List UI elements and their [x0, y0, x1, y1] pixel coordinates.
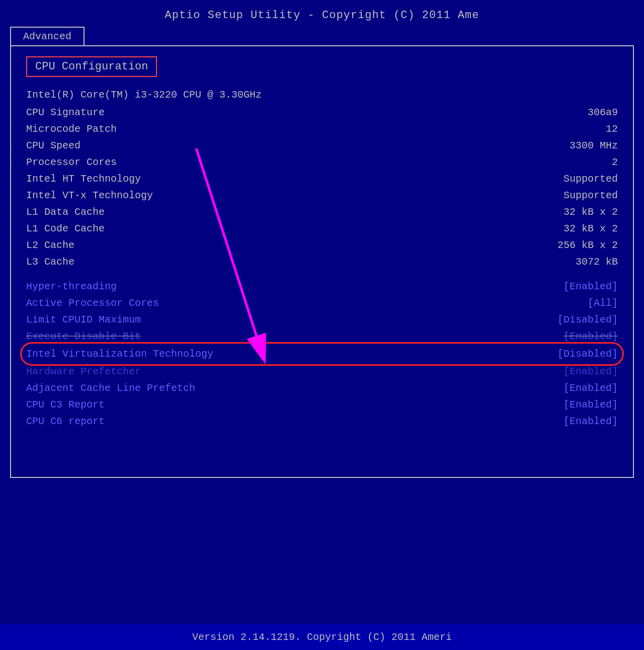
cpu-speed-row: CPU Speed 3300 MHz: [26, 139, 618, 152]
l2-cache-row: L2 Cache 256 kB x 2: [26, 238, 618, 252]
limit-cpuid-label: Limit CPUID Maximum: [26, 314, 141, 326]
processor-cores-row: Processor Cores 2: [26, 155, 618, 169]
hardware-prefetcher-row[interactable]: Hardware Prefetcher [Enabled]: [26, 365, 618, 378]
ht-technology-label: Intel HT Technology: [26, 173, 141, 185]
microcode-patch-label: Microcode Patch: [26, 123, 117, 135]
l1-data-cache-value: 32 kB x 2: [564, 206, 618, 218]
cpu-signature-row: CPU Signature 306a9: [26, 106, 618, 119]
l1-code-cache-value: 32 kB x 2: [564, 223, 618, 234]
cpu-speed-label: CPU Speed: [26, 140, 80, 151]
active-processor-cores-label: Active Processor Cores: [26, 297, 159, 309]
hardware-prefetcher-value: [Enabled]: [564, 366, 618, 377]
l3-cache-label: L3 Cache: [26, 256, 74, 268]
cpu-signature-value: 306a9: [588, 107, 618, 118]
l3-cache-value: 3072 kB: [576, 256, 618, 268]
execute-disable-bit-label: Execute Disable Bit: [26, 331, 141, 342]
microcode-patch-row: Microcode Patch 12: [26, 122, 618, 136]
hyper-threading-row[interactable]: Hyper-threading [Enabled]: [26, 280, 618, 293]
active-processor-cores-row[interactable]: Active Processor Cores [All]: [26, 296, 618, 310]
l3-cache-row: L3 Cache 3072 kB: [26, 255, 618, 269]
l1-code-cache-row: L1 Code Cache 32 kB x 2: [26, 222, 618, 235]
ht-technology-row: Intel HT Technology Supported: [26, 172, 618, 186]
active-processor-cores-value: [All]: [588, 297, 618, 309]
cpu-c6-report-value: [Enabled]: [564, 416, 618, 427]
intel-vt-value: [Disabled]: [557, 348, 618, 360]
hardware-prefetcher-label: Hardware Prefetcher: [26, 366, 141, 377]
adjacent-cache-line-label: Adjacent Cache Line Prefetch: [26, 382, 195, 394]
intel-vt-row[interactable]: Intel Virtualization Technology [Disable…: [26, 346, 618, 362]
cpu-c3-report-row[interactable]: CPU C3 Report [Enabled]: [26, 398, 618, 412]
l1-data-cache-label: L1 Data Cache: [26, 206, 105, 218]
processor-cores-value: 2: [612, 156, 618, 168]
limit-cpuid-row[interactable]: Limit CPUID Maximum [Disabled]: [26, 313, 618, 327]
footer: Version 2.14.1219. Copyright (C) 2011 Am…: [0, 624, 644, 650]
vtx-technology-label: Intel VT-x Technology: [26, 190, 153, 201]
static-info-section: CPU Signature 306a9 Microcode Patch 12 C…: [26, 106, 618, 269]
section-title-box: CPU Configuration: [26, 56, 157, 77]
l2-cache-label: L2 Cache: [26, 239, 74, 251]
vtx-technology-value: Supported: [564, 190, 618, 201]
hyper-threading-value: [Enabled]: [564, 281, 618, 292]
execute-disable-bit-value: [Enabled]: [564, 331, 618, 342]
adjacent-cache-line-value: [Enabled]: [564, 382, 618, 394]
section-title-text: CPU Configuration: [35, 60, 148, 73]
cpu-c3-report-value: [Enabled]: [564, 399, 618, 411]
footer-text: Version 2.14.1219. Copyright (C) 2011 Am…: [192, 631, 452, 643]
hyper-threading-label: Hyper-threading: [26, 281, 117, 292]
title-text: Aptio Setup Utility - Copyright (C) 2011…: [165, 9, 479, 22]
processor-cores-label: Processor Cores: [26, 156, 117, 168]
intel-vt-label: Intel Virtualization Technology: [26, 348, 213, 360]
cpu-speed-value: 3300 MHz: [570, 140, 618, 151]
execute-disable-bit-row[interactable]: Execute Disable Bit [Enabled]: [26, 330, 618, 343]
cpu-c3-report-label: CPU C3 Report: [26, 399, 105, 411]
cpu-model: Intel(R) Core(TM) i3-3220 CPU @ 3.30GHz: [26, 89, 618, 101]
adjacent-cache-line-row[interactable]: Adjacent Cache Line Prefetch [Enabled]: [26, 381, 618, 395]
l2-cache-value: 256 kB x 2: [557, 239, 618, 251]
cpu-c6-report-label: CPU C6 report: [26, 416, 105, 427]
tab-bar: Advanced: [0, 27, 644, 45]
ht-technology-value: Supported: [564, 173, 618, 185]
l1-data-cache-row: L1 Data Cache 32 kB x 2: [26, 205, 618, 219]
tab-advanced[interactable]: Advanced: [10, 27, 85, 45]
main-content: CPU Configuration Intel(R) Core(TM) i3-3…: [10, 45, 634, 478]
settings-section: Hyper-threading [Enabled] Active Process…: [26, 280, 618, 428]
vtx-technology-row: Intel VT-x Technology Supported: [26, 189, 618, 202]
bios-screen: Aptio Setup Utility - Copyright (C) 2011…: [0, 0, 644, 650]
l1-code-cache-label: L1 Code Cache: [26, 223, 105, 234]
limit-cpuid-value: [Disabled]: [557, 314, 618, 326]
title-bar: Aptio Setup Utility - Copyright (C) 2011…: [0, 0, 644, 27]
cpu-signature-label: CPU Signature: [26, 107, 105, 118]
microcode-patch-value: 12: [606, 123, 618, 135]
cpu-c6-report-row[interactable]: CPU C6 report [Enabled]: [26, 415, 618, 428]
